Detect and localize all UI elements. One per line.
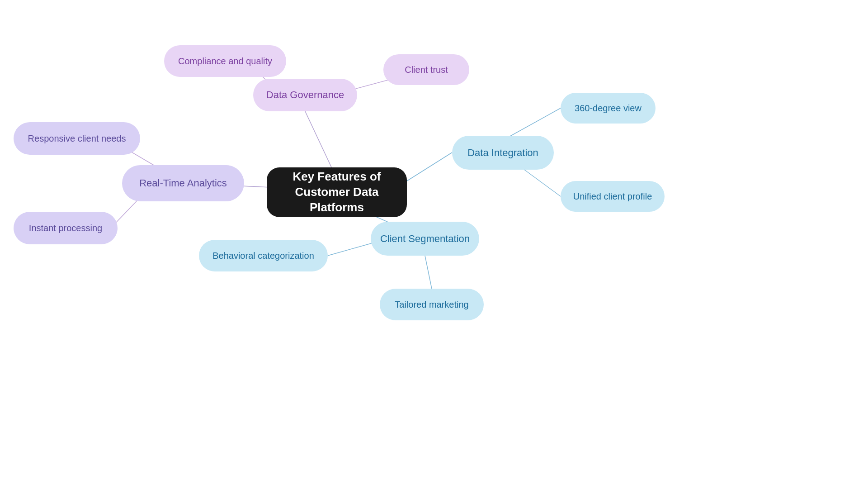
node-behavioral-categorization[interactable]: Behavioral categorization: [199, 240, 328, 271]
node-unified-client-profile[interactable]: Unified client profile: [561, 181, 665, 212]
svg-line-11: [425, 256, 432, 289]
mind-map-canvas: Key Features of Customer Data Platforms …: [0, 0, 868, 490]
node-data-governance[interactable]: Data Governance: [253, 79, 357, 111]
node-client-segmentation[interactable]: Client Segmentation: [371, 222, 479, 256]
node-instant-processing[interactable]: Instant processing: [14, 212, 118, 244]
center-node[interactable]: Key Features of Customer Data Platforms: [267, 167, 407, 217]
node-360-degree-view[interactable]: 360-degree view: [561, 93, 656, 124]
node-tailored-marketing[interactable]: Tailored marketing: [380, 289, 484, 320]
node-compliance-quality[interactable]: Compliance and quality: [164, 45, 286, 77]
node-client-trust[interactable]: Client trust: [383, 54, 469, 85]
node-data-integration[interactable]: Data Integration: [452, 136, 554, 170]
node-responsive-client[interactable]: Responsive client needs: [14, 122, 140, 155]
node-real-time-analytics[interactable]: Real-Time Analytics: [122, 165, 244, 201]
svg-line-6: [407, 152, 452, 181]
